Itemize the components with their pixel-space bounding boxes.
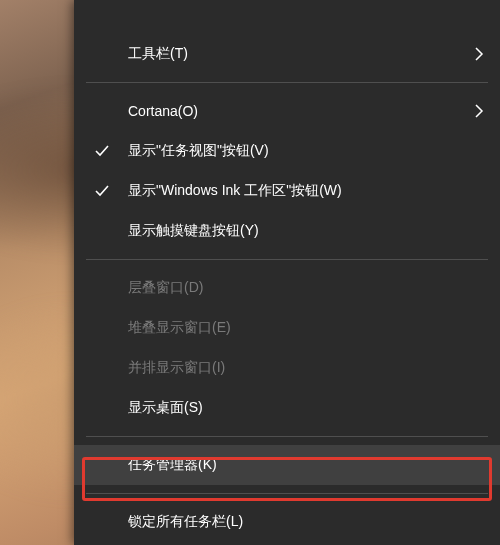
chevron-right-icon [474,47,484,61]
menu-separator [86,82,488,83]
menu-item-label: 工具栏(T) [128,45,188,63]
menu-item-label: 堆叠显示窗口(E) [128,319,231,337]
menu-item-show-task-view[interactable]: 显示"任务视图"按钮(V) [74,131,500,171]
menu-separator [86,493,488,494]
menu-item-show-desktop[interactable]: 显示桌面(S) [74,388,500,428]
menu-separator [86,259,488,260]
menu-item-cortana[interactable]: Cortana(O) [74,91,500,131]
menu-item-show-windows-ink[interactable]: 显示"Windows Ink 工作区"按钮(W) [74,171,500,211]
menu-item-label: 显示桌面(S) [128,399,203,417]
menu-item-label: 层叠窗口(D) [128,279,203,297]
menu-item-label: 锁定所有任务栏(L) [128,513,243,531]
check-icon [94,143,110,159]
menu-item-label: 显示触摸键盘按钮(Y) [128,222,259,240]
menu-item-toolbars[interactable]: 工具栏(T) [74,34,500,74]
menu-item-label: 任务管理器(K) [128,456,217,474]
menu-item-lock-taskbars[interactable]: 锁定所有任务栏(L) [74,502,500,542]
menu-item-label: 显示"任务视图"按钮(V) [128,142,269,160]
check-icon [94,183,110,199]
menu-item-label: 显示"Windows Ink 工作区"按钮(W) [128,182,342,200]
menu-item-label: Cortana(O) [128,103,198,119]
menu-item-side-by-side: 并排显示窗口(I) [74,348,500,388]
chevron-right-icon [474,104,484,118]
menu-separator [86,436,488,437]
taskbar-context-menu: 工具栏(T) Cortana(O) 显示"任务视图"按钮(V) 显示"Windo… [74,0,500,545]
menu-item-cascade-windows: 层叠窗口(D) [74,268,500,308]
menu-item-show-touch-keyboard[interactable]: 显示触摸键盘按钮(Y) [74,211,500,251]
menu-item-label: 并排显示窗口(I) [128,359,225,377]
menu-item-stack-windows: 堆叠显示窗口(E) [74,308,500,348]
menu-item-task-manager[interactable]: 任务管理器(K) [74,445,500,485]
